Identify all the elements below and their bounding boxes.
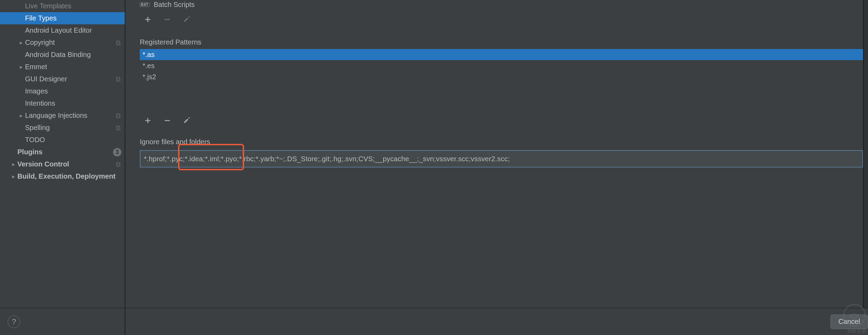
sidebar-item-label: Language Injections [25,112,113,120]
dialog-footer: Cancel [125,308,868,335]
sidebar-item-android-layout-editor[interactable]: Android Layout Editor [0,24,125,36]
registered-patterns-list[interactable]: *.as *.es *.js2 [140,49,863,112]
sidebar-item-label: Version Control [17,160,113,168]
sidebar-item-gui-designer[interactable]: GUI Designer [0,73,125,85]
registered-patterns-label: Registered Patterns [140,38,863,46]
sidebar-item-label: Images [25,87,121,95]
svg-rect-1 [117,41,120,45]
ignore-section: Ignore files and folders [140,137,863,168]
sidebar-item-file-types[interactable]: File Types [0,12,125,24]
pattern-text: *.js2 [143,73,156,81]
svg-rect-9 [117,163,120,167]
chevron-right-icon: ► [17,64,25,70]
add-pattern-button[interactable] [142,115,154,126]
svg-rect-12 [165,19,170,20]
recognized-file-type-row[interactable]: BAT Batch Scripts [140,0,863,10]
main-scrollbar[interactable] [863,0,868,308]
pattern-text: *.as [143,51,154,59]
sidebar-item-todo[interactable]: TODO [0,134,125,146]
sidebar-item-images[interactable]: Images [0,85,125,97]
ignore-files-label: Ignore files and folders [140,138,863,146]
project-scope-icon [115,161,121,168]
sidebar-item-build-execution-deployment[interactable]: ► Build, Execution, Deployment [0,170,125,182]
sidebar-footer: ? [0,308,125,335]
svg-rect-15 [165,120,170,121]
sidebar-item-label: Android Layout Editor [25,26,121,34]
svg-rect-0 [116,41,119,44]
sidebar-item-live-templates[interactable]: Live Templates [0,0,125,12]
sidebar-item-label: GUI Designer [25,75,113,83]
sidebar-item-version-control[interactable]: ► Version Control [0,158,125,170]
sidebar-item-intentions[interactable]: Intentions [0,97,125,109]
sidebar-item-label: File Types [25,14,121,22]
chevron-right-icon: ► [17,40,25,46]
ignore-files-input[interactable] [144,155,859,163]
svg-rect-4 [116,114,119,117]
edit-pattern-button[interactable] [181,115,193,126]
project-scope-icon [115,76,121,82]
svg-point-16 [844,304,865,326]
svg-rect-3 [117,78,120,82]
add-file-type-button[interactable] [142,14,154,25]
sidebar-item-label: Build, Execution, Deployment [17,172,121,180]
settings-tree: Live Templates File Types Android Layout… [0,0,125,308]
bat-file-icon: BAT [140,1,150,8]
project-scope-icon [115,113,121,119]
chevron-right-icon: ► [10,174,17,179]
remove-pattern-button[interactable] [161,115,173,126]
sidebar-item-label: Android Data Binding [25,51,121,59]
sidebar-item-android-data-binding[interactable]: Android Data Binding [0,49,125,61]
watermark-text: 创新互联 [847,328,867,334]
sidebar-item-emmet[interactable]: ► Emmet [0,61,125,73]
settings-sidebar: Live Templates File Types Android Layout… [0,0,125,335]
ignore-input-container [140,150,863,168]
sidebar-item-label: Plugins [17,148,110,156]
remove-file-type-button[interactable] [161,14,173,25]
svg-rect-7 [117,126,120,130]
svg-rect-5 [117,114,120,118]
sidebar-item-spelling[interactable]: Spelling [0,122,125,134]
sidebar-item-label: Emmet [25,63,121,71]
pattern-row[interactable]: *.as [140,49,863,60]
update-count-badge: 3 [113,148,121,156]
help-button[interactable]: ? [8,316,20,328]
recognized-file-type-label: Batch Scripts [154,1,195,9]
svg-rect-6 [116,126,119,130]
sidebar-item-label: TODO [25,136,121,144]
svg-rect-14 [145,120,151,121]
watermark-icon [842,303,867,329]
project-scope-icon [115,125,121,131]
help-icon: ? [12,317,16,326]
settings-main: BAT Batch Scripts Registered P [125,0,868,335]
sidebar-item-label: Live Templates [25,2,121,10]
pattern-row[interactable]: *.js2 [140,71,863,82]
sidebar-item-language-injections[interactable]: ► Language Injections [0,109,125,122]
sidebar-item-plugins[interactable]: Plugins 3 [0,146,125,158]
chevron-right-icon: ► [10,162,17,167]
edit-file-type-button[interactable] [181,14,193,25]
svg-rect-11 [145,19,151,20]
sidebar-item-label: Spelling [25,124,113,132]
pattern-row[interactable]: *.es [140,60,863,71]
chevron-right-icon: ► [17,113,25,119]
recognized-types-toolbar [140,10,863,28]
sidebar-item-label: Intentions [25,99,121,107]
svg-rect-2 [116,77,119,81]
svg-rect-8 [116,162,119,166]
sidebar-item-copyright[interactable]: ► Copyright [0,36,125,49]
sidebar-item-label: Copyright [25,39,113,47]
project-scope-icon [115,40,121,46]
pattern-text: *.es [143,62,154,70]
patterns-toolbar [140,112,863,130]
